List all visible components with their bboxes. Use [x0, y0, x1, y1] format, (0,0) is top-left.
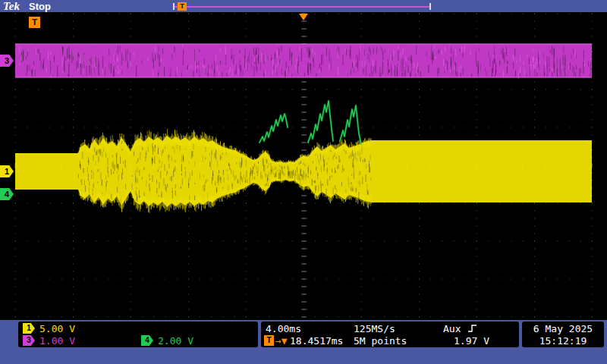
delay-arrows-icon: →▼: [275, 335, 288, 347]
channel-3-scale-readout: 1.00 V: [39, 335, 75, 347]
date-label: 6 May 2025: [522, 323, 604, 334]
trigger-slope-icon: [467, 324, 477, 333]
record-trigger-marker-icon: T: [178, 2, 187, 11]
time-label: 15:12:19: [522, 335, 604, 347]
record-length-readout: 5M points: [354, 335, 407, 347]
trigger-t-indicator-icon: T: [29, 17, 40, 28]
channel-4-scale-readout: 2.00 V: [158, 335, 193, 347]
sample-rate-readout: 125MS/s: [354, 323, 395, 334]
graticule-and-traces: [0, 12, 607, 320]
delay-readout: 18.4517ms: [290, 335, 343, 347]
record-right-bracket: [429, 3, 431, 10]
top-status-bar: Tek Stop T: [0, 0, 607, 12]
channel-readouts-panel: 1 5.00 V 3 1.00 V 4 2.00 V: [18, 322, 258, 347]
waveform-display: T 3 1 4: [0, 12, 607, 320]
delay-trigger-badge: T: [264, 335, 274, 346]
channel-1-scale-readout: 5.00 V: [39, 323, 75, 334]
channel-4-badge: 4: [141, 335, 153, 346]
trigger-source-label: Aux: [443, 323, 461, 334]
channel-1-badge: 1: [23, 323, 35, 334]
datetime-panel: 6 May 2025 15:12:19: [522, 322, 604, 347]
brand-logo: Tek: [3, 0, 20, 12]
horizontal-trigger-panel: 4.00ms 125MS/s Aux T →▼ 18.4517ms 5M poi…: [261, 322, 519, 347]
record-line: [175, 6, 429, 8]
channel-3-badge: 3: [23, 335, 35, 346]
oscilloscope-ui: Tek Stop T T 3 1 4 1 5.00 V 3 1.00 V 4 2…: [0, 0, 607, 364]
acquisition-status: Stop: [29, 1, 51, 12]
record-view-bar: T: [173, 2, 431, 11]
trigger-level-readout: 1.97 V: [454, 335, 489, 347]
timebase-readout: 4.00ms: [266, 323, 301, 334]
